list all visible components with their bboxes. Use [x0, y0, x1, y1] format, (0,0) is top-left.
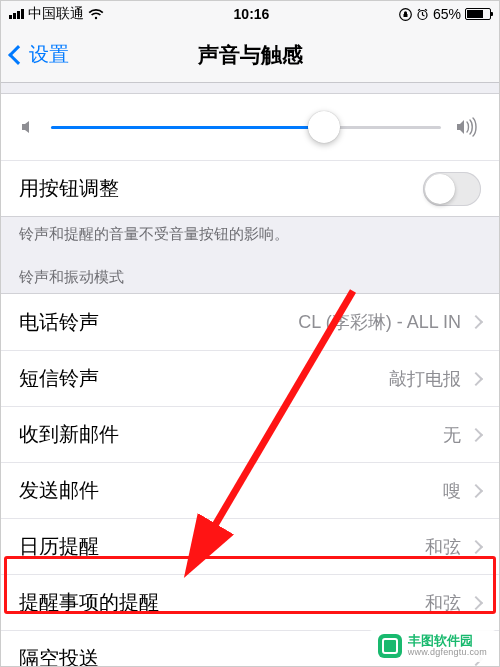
row-label: 收到新邮件	[19, 421, 119, 448]
toggle-label: 用按钮调整	[19, 175, 119, 202]
status-left: 中国联通	[9, 5, 104, 23]
row-label: 发送邮件	[19, 477, 99, 504]
chevron-right-icon	[469, 483, 483, 497]
group-footer: 铃声和提醒的音量不受音量按钮的影响。	[1, 217, 499, 248]
slider-thumb[interactable]	[308, 111, 340, 143]
row-value: 和弦	[425, 535, 461, 559]
battery-label: 65%	[433, 6, 461, 22]
sound-row-1[interactable]: 短信铃声敲打电报	[1, 350, 499, 406]
chevron-right-icon	[469, 427, 483, 441]
row-label: 日历提醒	[19, 533, 99, 560]
row-label: 短信铃声	[19, 365, 99, 392]
battery-icon	[465, 8, 491, 20]
wifi-icon	[88, 8, 104, 20]
watermark-url: www.dgfengtu.com	[408, 648, 487, 658]
chevron-left-icon	[8, 45, 28, 65]
chevron-right-icon	[469, 539, 483, 553]
speaker-low-icon	[19, 118, 37, 136]
watermark-logo-icon	[378, 634, 402, 658]
row-label: 电话铃声	[19, 309, 99, 336]
volume-slider[interactable]	[51, 126, 441, 129]
row-value: 嗖	[443, 479, 461, 503]
back-button[interactable]: 设置	[11, 41, 69, 68]
toggle-row-change-with-buttons[interactable]: 用按钮调整	[1, 160, 499, 216]
watermark: 丰图软件园 www.dgfengtu.com	[370, 630, 495, 662]
carrier-label: 中国联通	[28, 5, 84, 23]
back-label: 设置	[29, 41, 69, 68]
row-value: 敲打电报	[389, 367, 461, 391]
watermark-name: 丰图软件园	[408, 634, 487, 648]
nav-bar: 设置 声音与触感	[1, 27, 499, 83]
alarm-icon	[416, 8, 429, 21]
volume-slider-row	[1, 94, 499, 160]
row-value: 和弦	[425, 591, 461, 615]
lock-icon	[399, 8, 412, 21]
status-bar: 中国联通 10:16 65%	[1, 1, 499, 27]
sound-row-4[interactable]: 日历提醒和弦	[1, 518, 499, 574]
row-label: 提醒事项的提醒	[19, 589, 159, 616]
status-time: 10:16	[234, 6, 270, 22]
status-right: 65%	[399, 6, 491, 22]
sound-rows-group: 电话铃声CL (李彩琳) - ALL IN短信铃声敲打电报收到新邮件无发送邮件嗖…	[1, 293, 499, 667]
signal-icon	[9, 9, 24, 19]
page-title: 声音与触感	[1, 41, 499, 69]
row-value: CL (李彩琳) - ALL IN	[298, 310, 461, 334]
section-header: 铃声和振动模式	[1, 256, 499, 293]
chevron-right-icon	[469, 315, 483, 329]
speaker-high-icon	[455, 117, 481, 137]
row-value: 无	[443, 423, 461, 447]
sound-row-5[interactable]: 提醒事项的提醒和弦	[1, 574, 499, 630]
sound-row-3[interactable]: 发送邮件嗖	[1, 462, 499, 518]
toggle-switch[interactable]	[423, 172, 481, 206]
sound-row-2[interactable]: 收到新邮件无	[1, 406, 499, 462]
chevron-right-icon	[469, 371, 483, 385]
chevron-right-icon	[469, 595, 483, 609]
volume-group: 用按钮调整	[1, 93, 499, 217]
row-label: 隔空投送	[19, 645, 99, 667]
sound-row-0[interactable]: 电话铃声CL (李彩琳) - ALL IN	[1, 294, 499, 350]
